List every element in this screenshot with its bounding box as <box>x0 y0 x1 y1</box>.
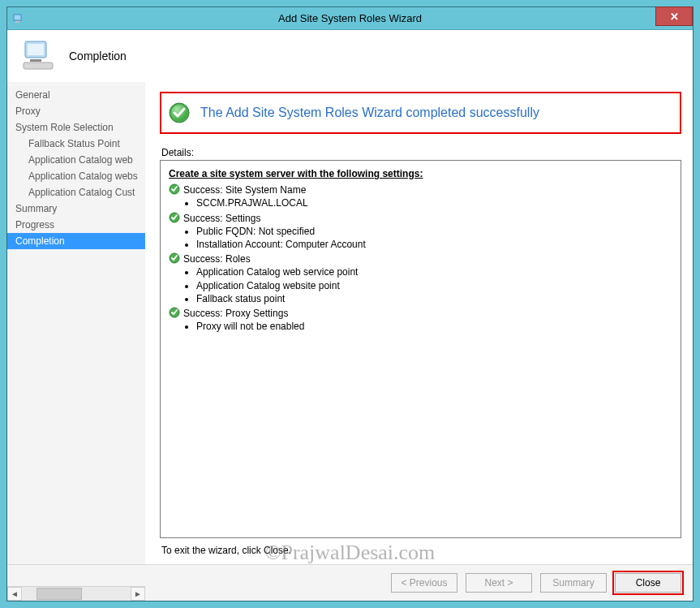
wizard-header: Completion <box>7 30 693 82</box>
close-button[interactable]: Close <box>615 573 681 593</box>
success-check-icon <box>169 212 180 223</box>
success-check-icon <box>168 101 191 124</box>
detail-group-items: Public FQDN: Not specifiedInstallation A… <box>196 225 672 251</box>
detail-group-items: SCCM.PRAJWAL.LOCAL <box>196 196 672 209</box>
scroll-thumb[interactable] <box>37 588 82 600</box>
detail-group-title: Success: Proxy Settings <box>183 307 288 320</box>
success-check-icon <box>169 183 180 195</box>
detail-item: Application Catalog web service point <box>196 265 672 278</box>
details-heading: Create a site system server with the fol… <box>169 167 672 180</box>
success-check-icon <box>169 252 180 264</box>
detail-group-items: Proxy will not be enabled <box>196 320 672 333</box>
detail-group: Success: Settings <box>169 212 672 225</box>
computer-icon <box>22 38 58 74</box>
nav-item-progress[interactable]: Progress <box>7 217 145 233</box>
nav-item-summary[interactable]: Summary <box>7 201 145 217</box>
detail-group: Success: Site System Name <box>169 183 672 196</box>
svg-rect-3 <box>28 44 44 55</box>
detail-item: Proxy will not be enabled <box>196 320 672 333</box>
banner-text: The Add Site System Roles Wizard complet… <box>200 106 539 120</box>
titlebar: Add Site System Roles Wizard ✕ <box>7 7 693 30</box>
detail-item: Installation Account: Computer Account <box>196 238 672 251</box>
next-button[interactable]: Next > <box>466 573 532 593</box>
details-label: Details: <box>161 147 681 158</box>
detail-group-title: Success: Site System Name <box>183 183 306 196</box>
summary-button[interactable]: Summary <box>540 573 607 593</box>
detail-group: Success: Roles <box>169 252 672 265</box>
nav-item-completion[interactable]: Completion <box>7 233 145 249</box>
detail-item: Application Catalog website point <box>196 279 672 292</box>
close-window-button[interactable]: ✕ <box>655 6 693 26</box>
page-title: Completion <box>69 50 127 63</box>
success-check-icon <box>169 307 180 318</box>
wizard-body: GeneralProxySystem Role SelectionFallbac… <box>7 82 693 564</box>
details-box: Create a site system server with the fol… <box>160 160 681 538</box>
detail-group-items: Application Catalog web service pointApp… <box>196 265 672 305</box>
exit-hint: To exit the wizard, click Close. <box>161 545 681 556</box>
main-panel: The Add Site System Roles Wizard complet… <box>145 82 693 564</box>
scroll-track[interactable] <box>22 587 131 601</box>
wizard-window: Add Site System Roles Wizard ✕ Completio… <box>6 6 694 602</box>
svg-rect-5 <box>24 63 53 69</box>
svg-rect-4 <box>30 59 41 62</box>
nav-sidebar: GeneralProxySystem Role SelectionFallbac… <box>7 82 145 564</box>
scroll-left-arrow-icon[interactable]: ◄ <box>7 587 22 601</box>
detail-item: Fallback status point <box>196 292 672 305</box>
detail-group-title: Success: Roles <box>183 252 251 265</box>
sidebar-hscroll[interactable]: ◄ ► <box>7 586 145 601</box>
detail-item: Public FQDN: Not specified <box>196 225 672 238</box>
sidebar-scrollbar-area: ◄ ► <box>7 586 145 601</box>
nav-item-application-catalog-web[interactable]: Application Catalog web <box>7 152 145 168</box>
detail-group: Success: Proxy Settings <box>169 307 672 320</box>
window-title: Add Site System Roles Wizard <box>7 12 693 24</box>
previous-button[interactable]: < Previous <box>391 573 457 593</box>
nav-item-fallback-status-point[interactable]: Fallback Status Point <box>7 136 145 152</box>
nav-item-general[interactable]: General <box>7 87 145 103</box>
detail-item: SCCM.PRAJWAL.LOCAL <box>196 196 672 209</box>
nav-item-system-role-selection[interactable]: System Role Selection <box>7 119 145 136</box>
nav-item-application-catalog-webs[interactable]: Application Catalog webs <box>7 168 145 184</box>
completion-banner: The Add Site System Roles Wizard complet… <box>160 92 681 134</box>
scroll-right-arrow-icon[interactable]: ► <box>131 587 145 601</box>
close-icon: ✕ <box>670 11 679 23</box>
detail-group-title: Success: Settings <box>183 212 260 225</box>
nav-item-application-catalog-cust[interactable]: Application Catalog Cust <box>7 184 145 201</box>
nav-item-proxy[interactable]: Proxy <box>7 103 145 119</box>
